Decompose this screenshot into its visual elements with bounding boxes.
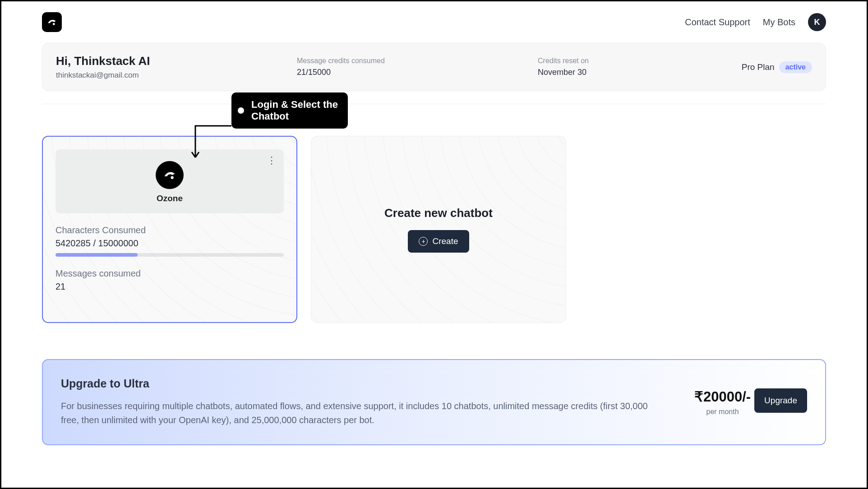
chars-consumed-label: Characters Consumed	[55, 225, 284, 235]
greeting-email: thinkstackai@gmail.com	[56, 71, 279, 80]
upgrade-description: For businesses requiring multiple chatbo…	[61, 399, 656, 427]
chars-progress-fill	[55, 253, 138, 257]
credits-label: Message credits consumed	[297, 57, 520, 65]
annotation-bullet-icon	[238, 107, 244, 114]
user-avatar[interactable]: K	[808, 13, 826, 31]
reset-value: November 30	[538, 68, 724, 77]
contact-support-link[interactable]: Contact Support	[685, 17, 750, 28]
create-button-label: Create	[432, 236, 458, 246]
create-chatbot-card: Create new chatbot + Create	[311, 136, 566, 323]
chatbot-card-header: ⋮ Ozone	[55, 149, 284, 213]
plan-name: Pro Plan	[742, 62, 775, 72]
help-annotation: Login & Select the Chatbot	[231, 92, 348, 129]
logo-icon	[46, 16, 58, 28]
upgrade-price: ₹20000/-	[694, 388, 751, 405]
svg-point-0	[53, 23, 55, 25]
greeting-title: Hi, Thinkstack AI	[56, 54, 279, 68]
create-button[interactable]: + Create	[408, 230, 469, 253]
annotation-text-line2: Chatbot	[251, 111, 289, 122]
reset-label: Credits reset on	[538, 57, 724, 65]
upgrade-button[interactable]: Upgrade	[754, 388, 807, 413]
chars-progress-bar	[55, 253, 284, 257]
my-bots-link[interactable]: My Bots	[763, 17, 795, 28]
plan-status-badge: active	[779, 61, 812, 73]
svg-point-1	[171, 176, 174, 179]
chatbot-logo-icon	[156, 161, 184, 189]
chatbot-name: Ozone	[157, 194, 183, 203]
upgrade-banner: Upgrade to Ultra For businesses requirin…	[42, 359, 826, 445]
brand-logo[interactable]	[42, 12, 62, 32]
chars-consumed-value: 5420285 / 15000000	[55, 238, 284, 249]
upgrade-title: Upgrade to Ultra	[61, 377, 681, 390]
upgrade-period: per month	[694, 408, 751, 416]
top-bar: Contact Support My Bots K	[42, 9, 826, 43]
credits-value: 21/15000	[297, 68, 520, 77]
msgs-consumed-value: 21	[55, 281, 284, 292]
msgs-consumed-label: Messages consumed	[55, 268, 284, 279]
chatbot-card-ozone[interactable]: ⋮ Ozone Characters Consumed 5420285 / 15…	[42, 136, 297, 323]
create-chatbot-title: Create new chatbot	[384, 206, 493, 220]
kebab-menu-icon[interactable]: ⋮	[267, 156, 277, 166]
plus-circle-icon: +	[419, 237, 428, 246]
section-divider	[42, 104, 826, 104]
annotation-text-line1: Login & Select the	[251, 99, 338, 110]
account-info-card: Hi, Thinkstack AI thinkstackai@gmail.com…	[42, 43, 826, 91]
